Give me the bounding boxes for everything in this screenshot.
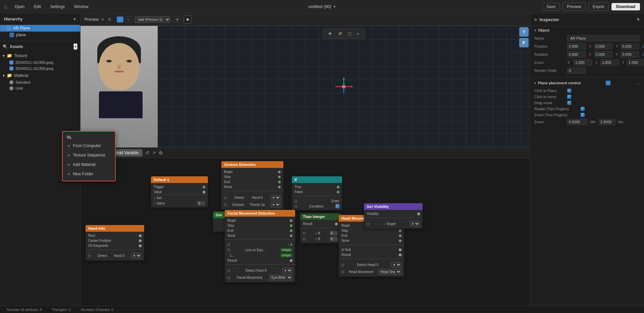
name-input[interactable] [567, 35, 640, 41]
graph-canvas[interactable]: Default 1 Trigger Value ○ Set [80, 158, 530, 313]
port-true[interactable] [337, 186, 339, 188]
preview-mode-btn[interactable]: □ [117, 16, 124, 23]
port-stay[interactable] [399, 229, 401, 232]
viewport[interactable]: ✛ ↺ □ ⌐ [158, 26, 530, 147]
graph-settings-button[interactable]: ⚙ [159, 150, 163, 155]
port-less-in[interactable] [227, 249, 230, 251]
save-button[interactable]: Save [542, 3, 560, 11]
port-none[interactable] [290, 234, 292, 237]
home-icon[interactable]: ⌂ [4, 4, 7, 10]
click-to-place-checkbox[interactable] [567, 89, 571, 93]
object-section-header[interactable]: ▾ Object [530, 26, 644, 34]
chevron-down-icon[interactable]: ▾ [102, 17, 104, 22]
inspector-add-button[interactable]: + [636, 16, 640, 23]
graph-export-button[interactable]: ↗ [152, 150, 156, 155]
ctx-from-computer[interactable]: + From Computer [63, 141, 115, 150]
port-condition-in[interactable] [294, 205, 297, 208]
port-end[interactable] [290, 229, 292, 232]
position-y-input[interactable] [594, 43, 612, 49]
a-input[interactable] [330, 231, 338, 235]
port-headmove[interactable] [341, 271, 344, 273]
zoom-z-input[interactable] [627, 59, 644, 65]
preview-button[interactable]: Preview [562, 3, 586, 11]
asset-item-standard[interactable]: Standard [0, 79, 80, 85]
face-select[interactable]: ▾ [282, 268, 292, 273]
value-input[interactable] [197, 201, 205, 206]
port-end[interactable] [399, 234, 401, 237]
hierarchy-add-button[interactable]: + [73, 16, 76, 22]
hierarchy-item-arplane[interactable]: ▾ AR Plane [0, 25, 80, 32]
port-value-out[interactable] [203, 191, 205, 193]
port-false[interactable] [337, 191, 339, 193]
menu-settings[interactable]: Settings [48, 3, 67, 10]
menu-window[interactable]: Window [72, 3, 91, 10]
plane-section-more[interactable]: … [635, 80, 640, 86]
port-stay[interactable] [278, 176, 281, 178]
export-button[interactable]: Export [588, 3, 609, 11]
asset-item-unlit[interactable]: Unlit [0, 85, 80, 91]
facial-move-select[interactable]: Eye Blink Left ▾ [269, 275, 292, 280]
assets-add-button[interactable]: + [73, 43, 77, 50]
plane-section-header[interactable]: ▾ Plane placement control … [530, 77, 644, 88]
port-vis[interactable] [417, 213, 420, 215]
port-keypoints[interactable] [139, 244, 142, 247]
menu-open[interactable]: Open [13, 3, 26, 10]
zoom-x-input[interactable] [574, 59, 592, 65]
port-target-in[interactable] [367, 223, 369, 225]
plane-toggle[interactable] [606, 81, 610, 85]
add-variable-button[interactable]: Add Variable [112, 149, 143, 156]
ctx-new-folder[interactable]: + New Folder [63, 169, 115, 179]
hand-select[interactable]: ▾ [270, 195, 281, 200]
zoom-y-input[interactable] [600, 59, 619, 65]
menu-edit[interactable]: Edit [32, 3, 43, 10]
tool-other[interactable]: ⌐ [355, 30, 362, 37]
position-x-input[interactable] [567, 43, 586, 49]
preview-face-btn[interactable]: ○ [125, 16, 132, 23]
port-detect-face[interactable] [227, 269, 230, 272]
drag-move-checkbox[interactable] [567, 101, 571, 105]
port-center[interactable] [139, 239, 142, 242]
port-isnull[interactable] [399, 249, 401, 251]
ctx-texture-sequence[interactable]: + Texture Sequence [63, 150, 115, 160]
port-trigger-out[interactable] [203, 186, 205, 188]
port-begin[interactable] [278, 171, 281, 173]
render-order-input[interactable] [567, 68, 586, 74]
gesture-select[interactable]: ▾ [270, 202, 281, 208]
texture-group-header[interactable]: ▾ 📁 Texture [0, 52, 80, 59]
port-detect-in[interactable] [224, 196, 227, 199]
port-result[interactable] [335, 223, 338, 225]
tool-scale[interactable]: □ [346, 30, 353, 37]
asset-item-texture2[interactable]: 20240311-161958.jpeg [0, 65, 80, 72]
port-stay[interactable] [290, 224, 292, 227]
condition-checkbox[interactable] [335, 204, 339, 208]
zoom-min-input[interactable] [599, 119, 615, 125]
port-result[interactable] [399, 254, 401, 256]
rotation-z-input[interactable] [621, 51, 639, 57]
port-rect[interactable] [139, 234, 142, 237]
headmove-select[interactable]: Head Shake ▾ [378, 269, 401, 275]
port-none[interactable] [278, 186, 281, 188]
tool-rotate[interactable]: ↺ [336, 30, 344, 37]
rotation-y-input[interactable] [594, 51, 612, 57]
hierarchy-item-plane[interactable]: plane [0, 32, 80, 38]
position-z-input[interactable] [621, 43, 639, 49]
port-detect-hand[interactable] [88, 255, 91, 257]
port-none[interactable] [399, 239, 401, 242]
material-group-header[interactable]: ▾ 📁 Material [0, 72, 80, 79]
detect-select[interactable]: ▾ [131, 253, 142, 259]
port-begin[interactable] [290, 219, 292, 222]
preview-extra-btn[interactable]: ■ [183, 15, 192, 24]
target-select[interactable]: ▾ [410, 221, 420, 227]
port-a-in[interactable] [227, 243, 230, 246]
click-to-move-checkbox[interactable] [567, 95, 571, 99]
ctx-add-material[interactable]: + Add Material [63, 160, 115, 169]
port-end[interactable] [278, 181, 281, 183]
port-result[interactable] [290, 259, 292, 262]
refresh-preview-btn[interactable]: ↺ [173, 16, 181, 23]
tool-move[interactable]: ✛ [326, 30, 334, 37]
port-enter-in[interactable] [294, 200, 297, 203]
title-dropdown-icon[interactable]: ▾ [333, 4, 336, 9]
port-in-b[interactable] [303, 238, 306, 240]
b-input[interactable] [330, 237, 338, 241]
zoom-val-input[interactable] [567, 119, 587, 125]
